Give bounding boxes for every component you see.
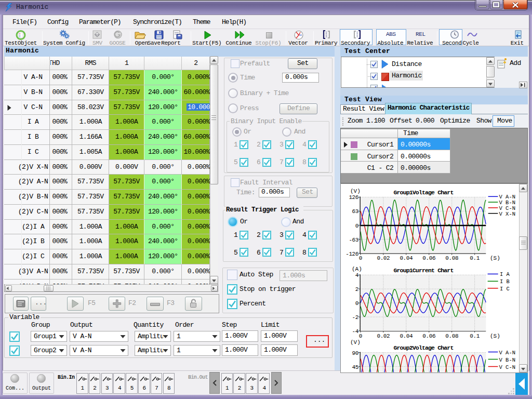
svg-text:0.02: 0.02 [377, 333, 390, 339]
svg-text:Group1Current Chart: Group1Current Chart [394, 267, 454, 274]
svg-text:-4: -4 [352, 328, 359, 335]
svg-text:I B: I B [500, 278, 510, 285]
svg-text:0: 0 [355, 300, 358, 307]
svg-text:(V): (V) [350, 339, 361, 345]
svg-text:0: 0 [355, 223, 358, 229]
svg-text:0: 0 [359, 333, 362, 339]
svg-text:126: 126 [349, 194, 358, 201]
svg-text:I C: I C [500, 286, 510, 292]
svg-text:90: 90 [352, 350, 358, 356]
svg-text:45: 45 [352, 364, 358, 370]
svg-text:0.1: 0.1 [470, 255, 480, 261]
svg-text:(V): (V) [350, 188, 361, 194]
svg-text:0: 0 [359, 255, 362, 261]
svg-text:Group2Voltage Chart: Group2Voltage Chart [394, 344, 454, 351]
svg-text:-63: -63 [349, 237, 358, 243]
svg-text:2: 2 [355, 286, 358, 292]
svg-text:V C-N: V C-N [499, 364, 516, 370]
svg-text:-126: -126 [345, 251, 358, 257]
svg-text:0.02: 0.02 [377, 255, 390, 261]
svg-text:4: 4 [355, 272, 359, 278]
svg-text:63: 63 [352, 208, 358, 215]
svg-text:0.06: 0.06 [422, 255, 435, 261]
svg-text:(A): (A) [352, 266, 362, 272]
svg-text:V B-N: V B-N [499, 357, 516, 363]
svg-text:0.04: 0.04 [400, 333, 413, 339]
svg-text:I A: I A [500, 271, 510, 277]
svg-text:0.08: 0.08 [445, 333, 458, 339]
svg-text:-2: -2 [352, 314, 358, 321]
svg-text:0.1: 0.1 [470, 333, 480, 339]
svg-text:(S): (S) [490, 333, 500, 339]
svg-text:V A-N: V A-N [499, 350, 516, 356]
svg-text:0.08: 0.08 [445, 255, 458, 261]
svg-text:Group1Voltage Chart: Group1Voltage Chart [394, 189, 454, 196]
svg-text:V X-N: V X-N [499, 211, 516, 217]
svg-text:0.04: 0.04 [400, 255, 413, 261]
svg-text:(S): (S) [490, 255, 500, 261]
svg-text:0.06: 0.06 [422, 333, 435, 339]
